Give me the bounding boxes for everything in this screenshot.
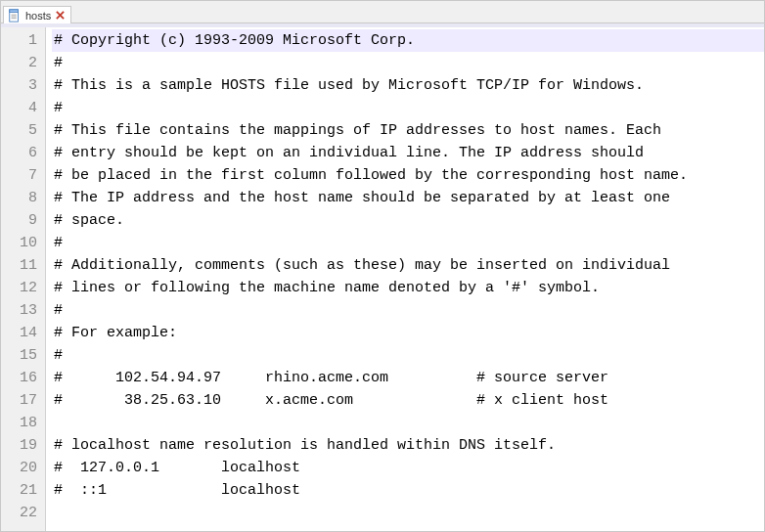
code-line[interactable]: # For example:	[52, 322, 764, 344]
code-line[interactable]: # Copyright (c) 1993-2009 Microsoft Corp…	[52, 29, 764, 52]
line-number: 14	[5, 322, 37, 344]
line-number: 4	[5, 97, 37, 119]
line-number: 7	[5, 164, 37, 187]
code-line[interactable]	[52, 502, 764, 524]
tab-label: hosts	[25, 10, 51, 22]
line-number: 13	[5, 299, 37, 322]
file-icon	[8, 9, 22, 22]
code-line[interactable]: # 102.54.94.97 rhino.acme.com # source s…	[52, 367, 764, 389]
code-line[interactable]: # 38.25.63.10 x.acme.com # x client host	[52, 389, 764, 412]
line-number: 2	[5, 52, 37, 74]
line-number: 10	[5, 232, 37, 254]
line-number-gutter: 12345678910111213141516171819202122	[1, 27, 46, 531]
line-number: 15	[5, 344, 37, 367]
code-line[interactable]: # This file contains the mappings of IP …	[52, 119, 764, 142]
code-line[interactable]: # 127.0.0.1 localhost	[52, 457, 764, 479]
line-number: 3	[5, 74, 37, 97]
line-number: 16	[5, 367, 37, 389]
code-line[interactable]: #	[52, 232, 764, 254]
svg-rect-1	[10, 9, 19, 12]
line-number: 9	[5, 209, 37, 232]
line-number: 18	[5, 412, 37, 434]
code-line[interactable]: # lines or following the machine name de…	[52, 277, 764, 299]
code-line[interactable]: #	[52, 344, 764, 367]
line-number: 1	[5, 29, 37, 52]
line-number: 6	[5, 142, 37, 164]
code-line[interactable]: # space.	[52, 209, 764, 232]
file-tab-hosts[interactable]: hosts	[3, 6, 71, 23]
line-number: 21	[5, 479, 37, 502]
line-number: 17	[5, 389, 37, 412]
code-area[interactable]: # Copyright (c) 1993-2009 Microsoft Corp…	[46, 27, 764, 531]
code-line[interactable]: #	[52, 52, 764, 74]
line-number: 11	[5, 254, 37, 277]
code-line[interactable]: # The IP address and the host name shoul…	[52, 187, 764, 209]
line-number: 22	[5, 502, 37, 524]
tab-bar: hosts	[1, 1, 764, 23]
code-line[interactable]: # be placed in the first column followed…	[52, 164, 764, 187]
code-line[interactable]: # entry should be kept on an individual …	[52, 142, 764, 164]
code-line[interactable]	[52, 412, 764, 434]
close-icon[interactable]	[55, 11, 65, 21]
editor-window: hosts 1234567891011121314151617181920212…	[0, 0, 765, 532]
editor-pane: 12345678910111213141516171819202122 # Co…	[1, 27, 764, 531]
code-line[interactable]: #	[52, 299, 764, 322]
code-line[interactable]: # ::1 localhost	[52, 479, 764, 502]
code-line[interactable]: # localhost name resolution is handled w…	[52, 434, 764, 457]
code-line[interactable]: #	[52, 97, 764, 119]
code-line[interactable]: # Additionally, comments (such as these)…	[52, 254, 764, 277]
code-line[interactable]: # This is a sample HOSTS file used by Mi…	[52, 74, 764, 97]
line-number: 5	[5, 119, 37, 142]
line-number: 20	[5, 457, 37, 479]
line-number: 12	[5, 277, 37, 299]
line-number: 8	[5, 187, 37, 209]
line-number: 19	[5, 434, 37, 457]
